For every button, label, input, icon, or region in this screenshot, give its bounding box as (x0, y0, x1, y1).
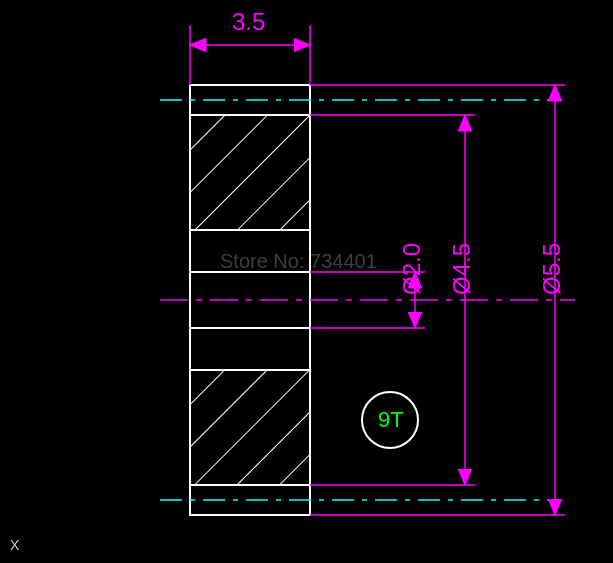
ucs-x-label: X (10, 537, 19, 553)
hatch-upper (190, 115, 310, 230)
teeth-label: 9T (378, 407, 404, 433)
watermark-store: Store No: 734401 (220, 250, 377, 273)
dim-d2-label: Ø2.0 (398, 243, 426, 295)
dim-d55-label: Ø5.5 (538, 243, 566, 295)
dim-width-label: 3.5 (232, 8, 265, 36)
drawing-canvas (0, 0, 613, 563)
hatch-lower (190, 370, 310, 485)
dim-d45-label: Ø4.5 (448, 243, 476, 295)
